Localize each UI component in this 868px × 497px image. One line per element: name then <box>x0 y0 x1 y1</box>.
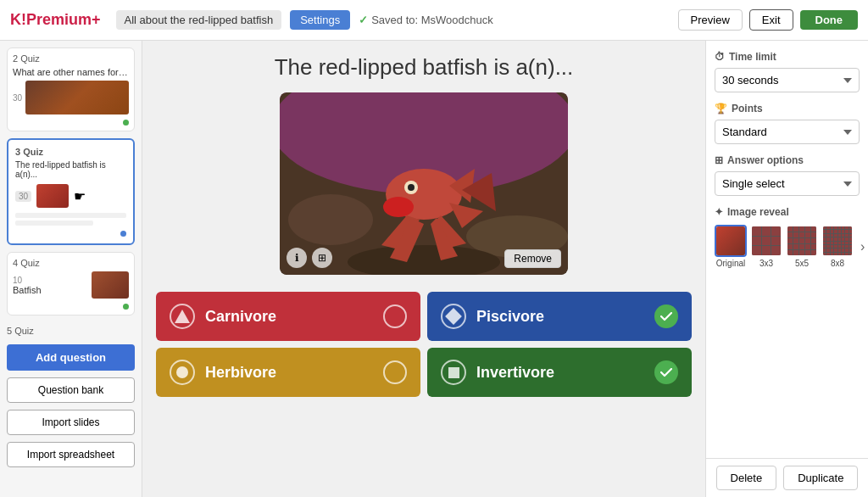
info-icon[interactable]: ℹ <box>287 248 307 268</box>
bottom-buttons: Delete Duplicate <box>706 458 868 497</box>
sparkle-icon: ✦ <box>715 206 723 218</box>
remove-button[interactable]: Remove <box>504 249 561 268</box>
cursor-icon: ☛ <box>74 188 86 204</box>
points-select[interactable]: No points Standard Double points <box>715 120 860 144</box>
diamond-icon <box>441 304 466 329</box>
image-reveal-section: ✦ Image reveal Original <box>715 206 860 268</box>
reveal-original-thumb[interactable] <box>715 225 747 257</box>
sidebar-item-quiz4[interactable]: 4 Quiz 10 Batfish <box>7 252 135 316</box>
quiz3-label: 3 Quiz <box>15 147 126 157</box>
quiz4-num: 10 <box>13 276 42 285</box>
quiz2-num: 30 <box>13 93 22 103</box>
answers-grid: Carnivore Piscivore He <box>156 292 692 397</box>
answer-carnivore[interactable]: Carnivore <box>156 292 420 341</box>
quiz3-image <box>36 184 69 208</box>
trophy-icon: 🏆 <box>715 103 727 114</box>
question-title: The red-lipped batfish is a(n)... <box>156 54 692 81</box>
herbivore-select-circle <box>383 360 407 384</box>
reveal-8x8-label: 8x8 <box>821 259 854 268</box>
quiz5-label: 5 Quiz <box>7 322 135 338</box>
reveal-8x8-thumb[interactable] <box>821 225 854 257</box>
saved-status: ✓ Saved to: MsWoodchuck <box>359 14 493 26</box>
quiz4-label: 4 Quiz <box>13 258 129 268</box>
question-bank-button[interactable]: Question bank <box>7 377 135 403</box>
right-panel: ⏱ Time limit 5 seconds 10 seconds 20 sec… <box>705 41 868 497</box>
reveal-8x8[interactable]: 8x8 <box>821 225 854 268</box>
points-section: 🏆 Points No points Standard Double point… <box>715 103 860 144</box>
quiz4-title: Batfish <box>13 285 42 295</box>
points-wrapper: No points Standard Double points <box>715 120 860 144</box>
logo: K!Premium+ <box>10 11 101 29</box>
fish-image-container: ℹ ⊞ Remove <box>280 92 568 275</box>
quiz2-title: What are other names for this crea... <box>13 67 129 77</box>
answer-carnivore-label: Carnivore <box>205 308 276 326</box>
image-reveal-label: ✦ Image reveal <box>715 206 860 218</box>
answer-invertivore-label: Invertivore <box>476 364 554 382</box>
answer-herbivore[interactable]: Herbivore <box>156 348 420 397</box>
saved-text: Saved to: MsWoodchuck <box>371 14 493 26</box>
check-svg2 <box>660 368 672 377</box>
reveal-5x5-label: 5x5 <box>786 259 818 268</box>
import-slides-button[interactable]: Import slides <box>7 410 135 435</box>
check-svg <box>660 312 672 321</box>
quiz2-image <box>25 81 129 114</box>
add-question-button[interactable]: Add question <box>7 344 135 371</box>
duplicate-button[interactable]: Duplicate <box>783 466 858 490</box>
answer-options-section: ⊞ Answer options Single select Multi sel… <box>715 154 860 196</box>
check-icon: ✓ <box>359 14 368 26</box>
quiz4-image <box>92 271 129 299</box>
delete-button[interactable]: Delete <box>716 466 777 490</box>
settings-button[interactable]: Settings <box>290 10 350 30</box>
sidebar: 2 Quiz What are other names for this cre… <box>0 41 142 497</box>
quiz3-title: The red-lipped batfish is a(n)... <box>15 160 126 179</box>
reveal-options: Original 3x3 <box>715 225 860 268</box>
crop-icon[interactable]: ⊞ <box>312 248 332 268</box>
main-layout: 2 Quiz What are other names for this cre… <box>0 41 868 497</box>
answer-piscivore-label: Piscivore <box>476 308 544 326</box>
reveal-5x5-thumb[interactable] <box>786 225 818 257</box>
quiz3-num: 30 <box>15 191 31 202</box>
answer-options-wrapper: Single select Multi select <box>715 171 860 196</box>
piscivore-check <box>654 304 678 328</box>
reveal-5x5[interactable]: 5x5 <box>786 225 818 268</box>
header-actions: Preview Exit Done <box>678 9 858 31</box>
points-label: 🏆 Points <box>715 103 860 114</box>
exit-button[interactable]: Exit <box>749 9 793 31</box>
reveal-3x3-label: 3x3 <box>750 259 782 268</box>
time-limit-wrapper: 5 seconds 10 seconds 20 seconds 30 secon… <box>715 68 860 92</box>
square-icon <box>441 360 466 385</box>
svg-point-6 <box>383 197 414 217</box>
answer-invertivore[interactable]: Invertivore <box>427 348 692 397</box>
done-button[interactable]: Done <box>800 10 859 30</box>
quiz2-dot <box>123 120 129 126</box>
document-title: All about the red-lipped batfish <box>116 10 282 30</box>
sidebar-item-quiz3[interactable]: 3 Quiz The red-lipped batfish is a(n)...… <box>7 138 135 245</box>
answer-piscivore[interactable]: Piscivore <box>427 292 692 341</box>
answer-options-label: ⊞ Answer options <box>715 154 860 166</box>
time-limit-label: ⏱ Time limit <box>715 51 860 63</box>
answer-herbivore-label: Herbivore <box>205 364 276 382</box>
quiz2-label: 2 Quiz <box>13 53 129 64</box>
grid-icon: ⊞ <box>715 154 723 166</box>
answer-options-select[interactable]: Single select Multi select <box>715 171 860 196</box>
triangle-icon <box>170 304 195 329</box>
reveal-3x3-thumb[interactable] <box>750 225 782 257</box>
reveal-next-arrow[interactable]: › <box>860 239 865 254</box>
invertivore-check <box>654 360 678 384</box>
sidebar-item-quiz2[interactable]: 2 Quiz What are other names for this cre… <box>7 47 135 131</box>
import-spreadsheet-button[interactable]: Import spreadsheet <box>7 442 135 467</box>
clock-icon: ⏱ <box>715 51 725 63</box>
image-icons: ℹ ⊞ <box>287 248 332 268</box>
reveal-original-label: Original <box>715 259 747 268</box>
header: K!Premium+ All about the red-lipped batf… <box>0 0 868 41</box>
svg-point-8 <box>408 184 415 191</box>
preview-button[interactable]: Preview <box>678 9 743 31</box>
carnivore-select-circle <box>383 304 407 328</box>
center-panel: The red-lipped batfish is a(n)... <box>142 41 705 497</box>
svg-point-2 <box>288 194 373 245</box>
quiz4-dot <box>123 304 129 310</box>
reveal-original[interactable]: Original <box>715 225 747 268</box>
time-limit-section: ⏱ Time limit 5 seconds 10 seconds 20 sec… <box>715 51 860 92</box>
reveal-3x3[interactable]: 3x3 <box>750 225 782 268</box>
time-limit-select[interactable]: 5 seconds 10 seconds 20 seconds 30 secon… <box>715 68 860 92</box>
